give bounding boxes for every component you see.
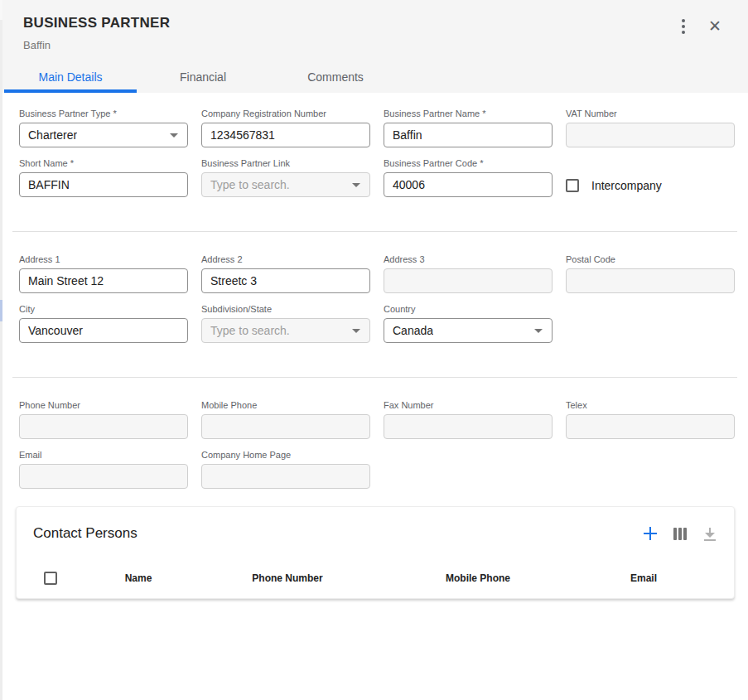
field-label: Fax Number xyxy=(384,400,553,410)
plus-icon xyxy=(643,526,658,541)
kebab-menu-icon xyxy=(682,19,685,34)
vat-number-input[interactable] xyxy=(566,123,735,147)
field-label: Business Partner Type * xyxy=(19,109,188,118)
field-address-1: Address 1 xyxy=(19,254,188,293)
field-country: Country Canada xyxy=(384,304,553,343)
select-placeholder: Type to search. xyxy=(210,178,290,191)
short-name-input[interactable] xyxy=(19,172,188,197)
contact-info-section: Phone Number Mobile Phone Fax Number Tel… xyxy=(2,400,748,489)
field-address-2: Address 2 xyxy=(201,254,370,293)
background-page-edge xyxy=(0,0,2,700)
field-address-3: Address 3 xyxy=(384,254,553,293)
dialog-subtitle: Baffin xyxy=(23,39,728,51)
add-contact-button[interactable] xyxy=(643,526,658,541)
column-header-email: Email xyxy=(590,572,697,584)
field-city: City xyxy=(19,304,188,343)
business-partner-dialog: BUSINESS PARTNER Baffin ✕ Main Details F… xyxy=(2,0,748,700)
dialog-header: BUSINESS PARTNER Baffin ✕ Main Details F… xyxy=(2,0,748,93)
select-value: Canada xyxy=(393,324,433,337)
field-vat-number: VAT Number xyxy=(566,109,735,147)
field-label: Address 1 xyxy=(19,254,188,264)
download-icon xyxy=(702,526,717,541)
field-business-partner-type: Business Partner Type * Charterer xyxy=(19,109,188,147)
tab-financial[interactable]: Financial xyxy=(137,61,269,93)
field-telex: Telex xyxy=(566,400,735,439)
field-label: City xyxy=(19,304,188,314)
columns-icon xyxy=(673,528,687,540)
business-partner-type-select[interactable]: Charterer xyxy=(19,123,188,147)
field-short-name: Short Name * xyxy=(19,158,188,197)
field-subdivision-state: Subdivision/State Type to search. xyxy=(201,304,370,343)
field-label: Business Partner Link xyxy=(201,158,370,168)
company-registration-number-input[interactable] xyxy=(201,123,370,147)
telex-input[interactable] xyxy=(566,414,735,439)
fax-number-input[interactable] xyxy=(384,414,553,439)
field-label: Address 3 xyxy=(384,254,553,264)
address-section: Address 1 Address 2 Address 3 Postal Cod… xyxy=(2,254,748,343)
business-partner-name-input[interactable] xyxy=(384,123,553,147)
city-input[interactable] xyxy=(19,318,188,343)
column-header-phone-number: Phone Number xyxy=(209,572,366,584)
field-email: Email xyxy=(19,450,188,489)
email-input[interactable] xyxy=(19,464,188,489)
field-company-registration-number: Company Registration Number xyxy=(201,109,370,147)
intercompany-label[interactable]: Intercompany xyxy=(591,179,662,192)
field-postal-code: Postal Code xyxy=(566,254,735,293)
field-business-partner-code: Business Partner Code * xyxy=(384,158,553,197)
field-company-home-page: Company Home Page xyxy=(201,450,370,489)
column-header-mobile-phone: Mobile Phone xyxy=(366,572,590,584)
column-settings-button[interactable] xyxy=(673,528,687,540)
postal-code-input[interactable] xyxy=(566,268,735,293)
field-label: Company Home Page xyxy=(201,450,370,460)
more-options-button[interactable] xyxy=(682,19,685,34)
field-label: Mobile Phone xyxy=(201,400,370,410)
field-business-partner-link: Business Partner Link Type to search. xyxy=(201,158,370,197)
subdivision-state-select[interactable]: Type to search. xyxy=(201,318,370,343)
field-fax-number: Fax Number xyxy=(384,400,553,439)
close-button[interactable]: ✕ xyxy=(708,18,721,34)
close-icon: ✕ xyxy=(708,18,721,34)
background-page-fragment xyxy=(0,0,2,20)
field-label: Address 2 xyxy=(201,254,370,264)
tab-main-details[interactable]: Main Details xyxy=(4,61,137,93)
chevron-down-icon xyxy=(170,133,178,138)
field-label: Subdivision/State xyxy=(201,304,370,314)
field-label: Telex xyxy=(566,400,735,410)
field-phone-number: Phone Number xyxy=(19,400,188,439)
field-label: Short Name * xyxy=(19,158,188,168)
field-label: Email xyxy=(19,450,188,460)
field-label: Phone Number xyxy=(19,400,188,410)
country-select[interactable]: Canada xyxy=(384,318,553,343)
section-divider xyxy=(12,231,737,232)
field-label: Company Registration Number xyxy=(201,109,370,118)
select-all-checkbox[interactable] xyxy=(44,572,57,585)
select-placeholder: Type to search. xyxy=(210,324,290,337)
field-mobile-phone: Mobile Phone xyxy=(201,400,370,439)
company-home-page-input[interactable] xyxy=(201,464,370,489)
field-label: VAT Number xyxy=(566,109,735,118)
contact-persons-card: Contact Persons Name Phone Num xyxy=(16,506,735,599)
tab-bar: Main Details Financial Comments xyxy=(4,61,402,93)
field-label: Business Partner Code * xyxy=(384,158,553,168)
mobile-phone-input[interactable] xyxy=(201,414,370,439)
export-button[interactable] xyxy=(702,526,717,541)
business-partner-code-input[interactable] xyxy=(384,172,553,197)
address-3-input[interactable] xyxy=(384,268,553,293)
phone-number-input[interactable] xyxy=(19,414,188,439)
address-1-input[interactable] xyxy=(19,268,188,293)
field-label: Postal Code xyxy=(566,254,735,264)
field-label: Country xyxy=(384,304,553,314)
select-value: Charterer xyxy=(28,128,77,142)
column-header-name: Name xyxy=(68,572,209,584)
business-partner-link-select[interactable]: Type to search. xyxy=(201,172,370,197)
contact-persons-table-header: Name Phone Number Mobile Phone Email xyxy=(33,572,717,585)
background-page-selected-row-fragment xyxy=(0,300,2,321)
dialog-title: BUSINESS PARTNER xyxy=(23,15,728,31)
section-divider xyxy=(12,377,737,378)
address-2-input[interactable] xyxy=(201,268,370,293)
chevron-down-icon xyxy=(352,329,360,333)
chevron-down-icon xyxy=(534,329,543,333)
tab-comments[interactable]: Comments xyxy=(269,61,402,93)
intercompany-checkbox[interactable] xyxy=(566,179,579,192)
identity-section: Business Partner Type * Charterer Compan… xyxy=(2,93,748,197)
